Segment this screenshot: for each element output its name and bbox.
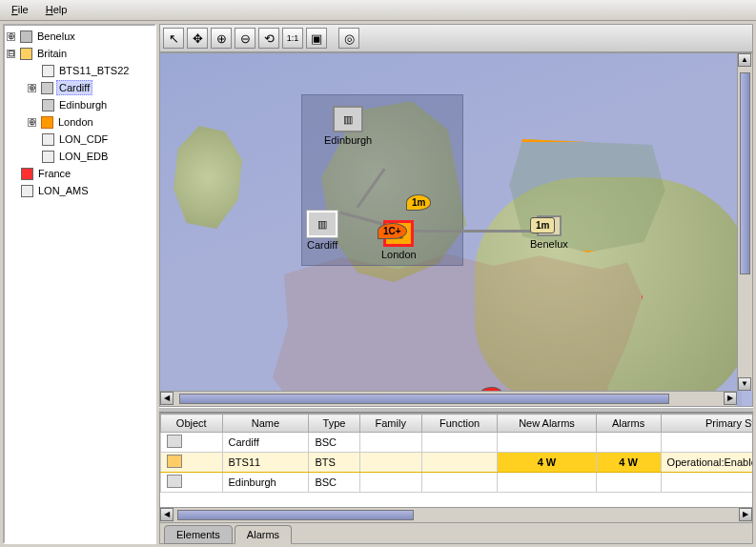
tree-node-lon-edb[interactable]: LON_EDB [7,148,153,165]
map-node-edinburgh[interactable]: ▥ Edinburgh [324,106,372,146]
zoom-in-tool[interactable]: ⊕ [211,28,232,49]
expand-toggle[interactable]: ⊕ [28,118,36,127]
tree-label: Britain [35,47,69,60]
map-node-cardiff[interactable]: ▥ Cardiff [307,211,337,251]
tree-label: LON_AMS [36,184,91,197]
scroll-thumb[interactable] [740,72,750,274]
cell-family [359,453,421,473]
scroll-down-button[interactable]: ▼ [738,377,751,391]
scroll-up-button[interactable]: ▲ [738,53,751,67]
menubar: File Help [0,0,756,21]
cell-alarms [596,433,661,453]
object-icon [167,435,182,448]
map-horizontal-scrollbar[interactable]: ◀ ▶ [160,391,737,406]
tree-node-bts11-bts22[interactable]: BTS11_BTS22 [7,62,153,79]
tree-label: LON_EDB [57,150,110,163]
object-icon [167,455,182,468]
link-icon [42,65,54,77]
map-toolbar: ↖ ✥ ⊕ ⊖ ⟲ 1:1 ▣ ◎ [159,24,753,52]
cell-primary-state: Operational:Enable [661,453,752,473]
cell-type: BSC [309,433,359,453]
table-row[interactable]: EdinburghBSC [161,473,753,493]
col-header-primary-state[interactable]: Primary Stat [661,415,752,433]
zoom-reset-tool[interactable]: 1:1 [282,28,303,49]
bsc-icon [42,99,54,111]
scroll-thumb[interactable] [179,394,669,404]
cell-new-alarms [498,433,596,453]
col-header-alarms[interactable]: Alarms [596,415,661,433]
cell-alarms [596,473,661,493]
menu-file-label: ile [18,4,29,15]
cell-new-alarms: 4 W [498,453,596,473]
table-row[interactable]: CardiffBSC [161,433,753,453]
scroll-right-button[interactable]: ▶ [739,508,752,521]
tab-alarms[interactable]: Alarms [235,525,292,544]
bsc-icon: ▥ [333,106,363,132]
bsc-icon [41,116,53,129]
network-tree-panel: ⊕ Benelux ⊟ Britain BTS11_BTS22 ⊕ Cardif… [3,24,156,544]
tree-label: BTS11_BTS22 [57,64,131,77]
tree-label: Edinburgh [57,98,109,111]
col-header-family[interactable]: Family [359,415,421,433]
overview-tool[interactable]: ◎ [338,28,359,49]
scroll-thumb[interactable] [177,510,414,520]
map-canvas[interactable]: ▥ Edinburgh ▥ Cardiff ▥ London Benelux 1… [160,53,742,407]
tree-node-lon-cdf[interactable]: LON_CDF [7,131,153,148]
col-header-function[interactable]: Function [421,415,497,433]
pan-tool[interactable]: ✥ [187,28,208,49]
tree-node-london[interactable]: ⊕ London [7,113,153,131]
alarm-badge[interactable]: 1C+ [378,223,407,239]
col-header-type[interactable]: Type [309,415,359,433]
scroll-left-button[interactable]: ◀ [160,392,174,405]
map-link[interactable] [408,230,541,233]
link-icon [42,151,54,163]
cell-new-alarms [498,473,596,493]
alarm-table-scroll[interactable]: Object Name Type Family Function New Ala… [160,414,752,507]
zoom-out-tool[interactable]: ⊖ [235,28,255,49]
network-tree[interactable]: ⊕ Benelux ⊟ Britain BTS11_BTS22 ⊕ Cardif… [5,26,154,201]
map-vertical-scrollbar[interactable]: ▲ ▼ [737,53,752,391]
node-label: London [381,249,417,260]
cell-primary-state [661,473,752,493]
link-icon [42,133,54,146]
tree-label: France [36,167,72,180]
menu-help[interactable]: Help [38,2,75,18]
fit-view-tool[interactable]: ▣ [306,28,327,49]
pointer-tool[interactable]: ↖ [163,28,184,49]
tree-node-cardiff[interactable]: ⊕ Cardiff [7,79,153,96]
node-label: Cardiff [307,239,337,251]
tree-node-britain[interactable]: ⊟ Britain [7,45,153,62]
cell-alarms: 4 W [596,453,661,473]
map-viewport[interactable]: ▥ Edinburgh ▥ Cardiff ▥ London Benelux 1… [159,52,753,407]
cell-family [359,433,421,453]
tree-node-benelux[interactable]: ⊕ Benelux [7,28,153,45]
table-horizontal-scrollbar[interactable]: ◀ ▶ [160,507,752,522]
cell-function [421,453,497,473]
map-region-france[interactable] [265,249,646,407]
table-row[interactable]: BTS11BTS4 W4 WOperational:Enable [161,453,753,473]
zoom-back-tool[interactable]: ⟲ [258,28,279,49]
region-icon [21,168,33,180]
tree-node-lon-ams[interactable]: LON_AMS [7,182,153,199]
tree-node-france[interactable]: France [7,165,153,182]
tree-node-edinburgh[interactable]: Edinburgh [7,96,153,113]
cell-type: BTS [309,453,359,473]
alarm-table-panel: Object Name Type Family Function New Ala… [159,413,753,544]
menu-file[interactable]: File [4,2,36,18]
collapse-toggle[interactable]: ⊟ [7,50,15,58]
cell-family [359,473,421,493]
alarm-badge[interactable]: 1m [530,217,555,233]
col-header-name[interactable]: Name [222,415,309,433]
expand-toggle[interactable]: ⊕ [7,32,15,41]
scroll-left-button[interactable]: ◀ [160,508,174,521]
scroll-right-button[interactable]: ▶ [724,392,737,405]
tree-label: London [56,115,95,129]
col-header-new-alarms[interactable]: New Alarms [498,415,596,433]
tab-elements[interactable]: Elements [164,525,233,544]
link-icon [21,185,33,197]
cell-primary-state [661,433,752,453]
menu-help-label: elp [53,4,68,15]
map-land-ireland [165,120,251,234]
col-header-object[interactable]: Object [161,415,223,433]
expand-toggle[interactable]: ⊕ [28,84,36,92]
